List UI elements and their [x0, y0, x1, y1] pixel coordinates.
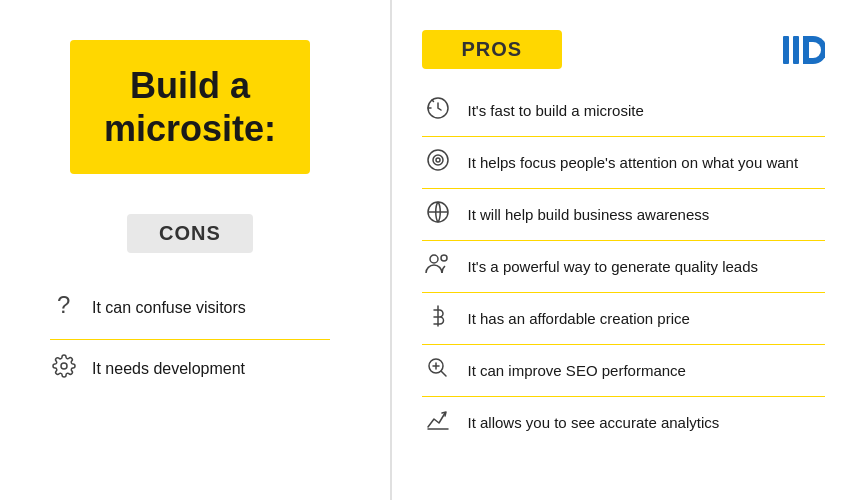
pros-list: It's fast to build a microsite It helps … [422, 85, 826, 448]
right-panel: PROS It's fast to build a microsite [402, 0, 866, 500]
svg-point-5 [433, 155, 443, 165]
vertical-divider [390, 0, 392, 500]
pros-header: PROS [422, 30, 826, 69]
list-item: It allows you to see accurate analytics [422, 397, 826, 448]
cons-badge: CONS [127, 214, 253, 253]
people-icon [422, 251, 454, 282]
left-panel: Build a microsite: CONS ? It can confuse… [0, 0, 380, 500]
gear-icon [50, 354, 78, 384]
list-item: It has an affordable creation price [422, 293, 826, 345]
title-box: Build a microsite: [70, 40, 310, 174]
list-item: It's a powerful way to generate quality … [422, 241, 826, 293]
pros-item-text: It has an affordable creation price [468, 310, 690, 327]
search-icon [422, 355, 454, 386]
question-icon: ? [50, 291, 78, 325]
globe-icon [422, 199, 454, 230]
pros-item-text: It helps focus people's attention on wha… [468, 154, 799, 171]
pros-item-text: It's fast to build a microsite [468, 102, 644, 119]
target-icon [422, 147, 454, 178]
pros-item-text: It allows you to see accurate analytics [468, 414, 720, 431]
chart-icon [422, 407, 454, 438]
svg-point-4 [428, 150, 448, 170]
list-item: It can improve SEO performance [422, 345, 826, 397]
svg-point-9 [441, 255, 447, 261]
svg-rect-1 [783, 36, 789, 64]
pros-item-text: It's a powerful way to generate quality … [468, 258, 759, 275]
clock-icon [422, 95, 454, 126]
cons-item-text: It can confuse visitors [92, 299, 246, 317]
svg-rect-2 [793, 36, 799, 64]
cons-item-text: It needs development [92, 360, 245, 378]
cons-list: ? It can confuse visitors It needs devel… [50, 277, 330, 398]
list-item: It's fast to build a microsite [422, 85, 826, 137]
pros-item-text: It will help build business awareness [468, 206, 710, 223]
list-item: ? It can confuse visitors [50, 277, 330, 340]
pros-badge: PROS [422, 30, 563, 69]
svg-text:?: ? [57, 291, 70, 318]
list-item: It helps focus people's attention on wha… [422, 137, 826, 189]
dollar-icon [422, 303, 454, 334]
logo-icon [781, 32, 825, 68]
svg-point-8 [430, 255, 438, 263]
list-item: It will help build business awareness [422, 189, 826, 241]
svg-point-6 [436, 158, 440, 162]
list-item: It needs development [50, 340, 330, 398]
main-title: Build a microsite: [104, 64, 276, 150]
pros-item-text: It can improve SEO performance [468, 362, 686, 379]
